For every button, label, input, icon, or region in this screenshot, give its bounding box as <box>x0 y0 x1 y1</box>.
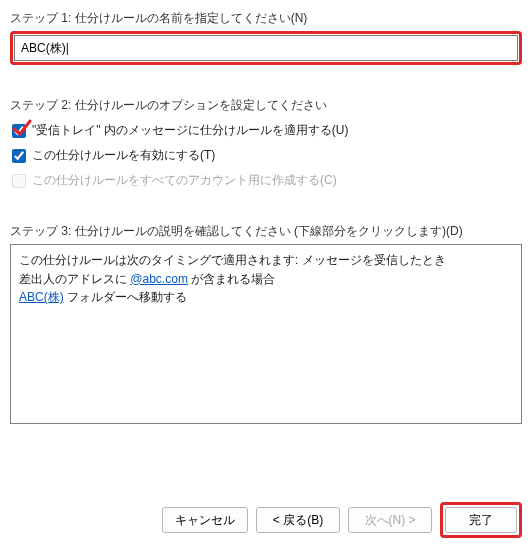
rule-wizard-panel: ステップ 1: 仕分けルールの名前を指定してください(N) ステップ 2: 仕分… <box>0 0 532 548</box>
rule-name-highlight <box>10 31 522 65</box>
option-all-accounts: この仕分けルールをすべてのアカウント用に作成する(C) <box>12 172 522 189</box>
option-apply-inbox: "受信トレイ" 内のメッセージに仕分けルールを適用する(U) <box>12 122 522 139</box>
desc-line-2: 差出人のアドレスに @abc.com が含まれる場合 <box>19 270 513 289</box>
back-button[interactable]: < 戻る(B) <box>256 507 340 533</box>
finish-highlight: 完了 <box>440 502 522 538</box>
next-button: 次へ(N) > <box>348 507 432 533</box>
apply-inbox-label: "受信トレイ" 内のメッセージに仕分けルールを適用する(U) <box>32 122 349 139</box>
desc-line-3: ABC(株) フォルダーへ移動する <box>19 288 513 307</box>
cancel-button[interactable]: キャンセル <box>162 507 248 533</box>
step1-label: ステップ 1: 仕分けルールの名前を指定してください(N) <box>10 10 522 27</box>
rule-description-box: この仕分けルールは次のタイミングで適用されます: メッセージを受信したとき 差出… <box>10 244 522 424</box>
link-target-folder[interactable]: ABC(株) <box>19 290 64 304</box>
step3-label: ステップ 3: 仕分けルールの説明を確認してください (下線部分をクリックします… <box>10 223 522 240</box>
desc-line-3b: フォルダーへ移動する <box>64 290 187 304</box>
desc-line-2a: 差出人のアドレスに <box>19 272 130 286</box>
wizard-buttons: キャンセル < 戻る(B) 次へ(N) > 完了 <box>162 502 522 538</box>
link-sender-address[interactable]: @abc.com <box>130 272 188 286</box>
finish-button[interactable]: 完了 <box>445 507 517 533</box>
option-enable-rule: この仕分けルールを有効にする(T) <box>12 147 522 164</box>
step2-label: ステップ 2: 仕分けルールのオプションを設定してください <box>10 97 522 114</box>
enable-rule-label: この仕分けルールを有効にする(T) <box>32 147 215 164</box>
enable-rule-checkbox[interactable] <box>12 149 26 163</box>
desc-line-2b: が含まれる場合 <box>188 272 275 286</box>
all-accounts-checkbox <box>12 174 26 188</box>
apply-inbox-checkbox[interactable] <box>12 124 26 138</box>
rule-name-input[interactable] <box>14 35 518 61</box>
all-accounts-label: この仕分けルールをすべてのアカウント用に作成する(C) <box>32 172 337 189</box>
desc-line-1: この仕分けルールは次のタイミングで適用されます: メッセージを受信したとき <box>19 251 513 270</box>
